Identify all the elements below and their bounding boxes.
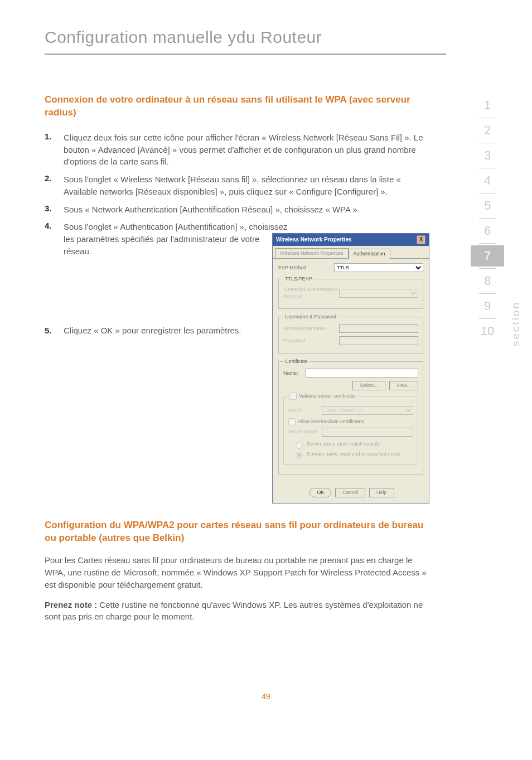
section-num-8[interactable]: 8 bbox=[471, 270, 504, 292]
certificate-legend: Certificate bbox=[283, 358, 309, 365]
paragraph-patch-info: Pour les Cartes réseau sans fil pour ord… bbox=[45, 554, 429, 590]
tab-wireless-props[interactable]: Wireless Network Properties bbox=[275, 248, 349, 258]
domain-end-label: Domain name must end in specified name bbox=[307, 451, 400, 458]
heading-wpa-wpa2-non-belkin: Configuration du WPA/WPA2 pour cartes ré… bbox=[45, 519, 429, 545]
cert-name-input[interactable] bbox=[306, 369, 418, 377]
step-4-text-a: Sous l'onglet « Authentication [Authenti… bbox=[64, 221, 429, 233]
password-label: Password: bbox=[283, 337, 339, 345]
step-4-text-b: les paramètres spécifiés par l'administr… bbox=[64, 233, 265, 258]
section-index: 1 2 3 4 5 6 7 8 9 10 bbox=[471, 95, 504, 342]
validate-cert-checkbox[interactable] bbox=[289, 393, 297, 400]
server-name-input[interactable] bbox=[322, 428, 413, 437]
tunnelled-label: Tunnelled Authentication Protocol bbox=[283, 286, 339, 301]
note-label: Prenez note : bbox=[45, 600, 97, 609]
section-num-9[interactable]: 9 bbox=[471, 296, 504, 317]
issuer-select[interactable]: - Any Trusted CA - bbox=[322, 406, 413, 415]
tab-authentication[interactable]: Authentication bbox=[349, 249, 390, 259]
cancel-button[interactable]: Cancel bbox=[335, 488, 365, 497]
password-input[interactable] bbox=[339, 336, 418, 345]
allow-intermediate-label: Allow intermediate certificates bbox=[298, 418, 364, 425]
paragraph-note: Prenez note : Cette rustine ne fonctionn… bbox=[45, 599, 429, 623]
title-rule bbox=[45, 54, 446, 55]
step-5-num: 5. bbox=[45, 325, 64, 337]
wireless-properties-dialog: Wireless Network Properties X Wireless N… bbox=[272, 233, 429, 503]
server-match-label: Server name must match exactly bbox=[307, 440, 380, 448]
help-button[interactable]: Help bbox=[369, 488, 394, 497]
step-3-num: 3. bbox=[45, 204, 64, 216]
step-1: 1. Cliquez deux fois sur cette icône pou… bbox=[45, 132, 429, 168]
chapter-title: Configuration manuelle ydu Routeur bbox=[45, 28, 487, 47]
allow-intermediate-checkbox[interactable] bbox=[288, 418, 296, 425]
domain-user-input[interactable] bbox=[339, 324, 418, 333]
step-3-text: Sous « Network Authentication [Authentif… bbox=[64, 204, 360, 216]
close-icon[interactable]: X bbox=[417, 235, 425, 244]
note-text: Cette rustine ne fonctionne qu'avec Wind… bbox=[45, 600, 423, 622]
server-match-radio[interactable] bbox=[296, 442, 303, 449]
ok-button[interactable]: OK bbox=[309, 488, 331, 497]
section-num-5[interactable]: 5 bbox=[471, 195, 504, 216]
username-password-legend: Username & Password bbox=[283, 313, 338, 321]
view-button[interactable]: View... bbox=[389, 381, 418, 390]
server-name-label: Server name: bbox=[288, 428, 322, 435]
heading-wpa-radius: Connexion de votre ordinateur à un résea… bbox=[45, 94, 413, 119]
ttls-peap-group: TTLS/PEAP Tunnelled Authentication Proto… bbox=[278, 275, 423, 309]
dialog-title: Wireless Network Properties bbox=[276, 236, 352, 244]
cert-name-label: Name: bbox=[283, 370, 306, 377]
section-num-4[interactable]: 4 bbox=[471, 170, 504, 191]
step-4-num: 4. bbox=[45, 221, 64, 503]
domain-user-label: Domain\Username: bbox=[283, 325, 339, 332]
tunnelled-select[interactable] bbox=[339, 289, 418, 298]
section-num-3[interactable]: 3 bbox=[471, 145, 504, 166]
eap-method-select[interactable]: TTLS bbox=[334, 263, 423, 272]
section-num-10[interactable]: 10 bbox=[471, 321, 504, 342]
step-2: 2. Sous l'onglet « Wireless Network [Rés… bbox=[45, 173, 429, 198]
username-password-group: Username & Password Domain\Username: Pas… bbox=[278, 313, 423, 354]
step-1-text: Cliquez deux fois sur cette icône pour a… bbox=[64, 132, 429, 168]
step-5-text: Cliquez « OK » pour enregistrer les para… bbox=[64, 325, 241, 337]
certificate-group: Certificate Name: Select... View... bbox=[278, 358, 423, 474]
section-num-7[interactable]: 7 bbox=[471, 245, 504, 267]
section-num-6[interactable]: 6 bbox=[471, 220, 504, 241]
step-4: 4. Sous l'onglet « Authentication [Authe… bbox=[45, 221, 429, 503]
section-num-2[interactable]: 2 bbox=[471, 120, 504, 141]
domain-end-radio[interactable] bbox=[296, 452, 303, 459]
step-2-num: 2. bbox=[45, 173, 64, 198]
step-3: 3. Sous « Network Authentication [Authen… bbox=[45, 204, 429, 216]
page-number: 49 bbox=[0, 692, 532, 701]
step-2-text: Sous l'onglet « Wireless Network [Réseau… bbox=[64, 173, 429, 198]
select-button[interactable]: Select... bbox=[352, 381, 385, 390]
issuer-label: Issuer: bbox=[288, 406, 322, 414]
section-num-1[interactable]: 1 bbox=[471, 95, 504, 116]
section-label: section bbox=[510, 301, 522, 346]
validate-cert-label: Validate server certificate bbox=[299, 393, 355, 400]
ttls-peap-legend: TTLS/PEAP bbox=[283, 275, 314, 283]
step-1-num: 1. bbox=[45, 132, 64, 168]
eap-method-label: EAP Method bbox=[278, 264, 334, 272]
